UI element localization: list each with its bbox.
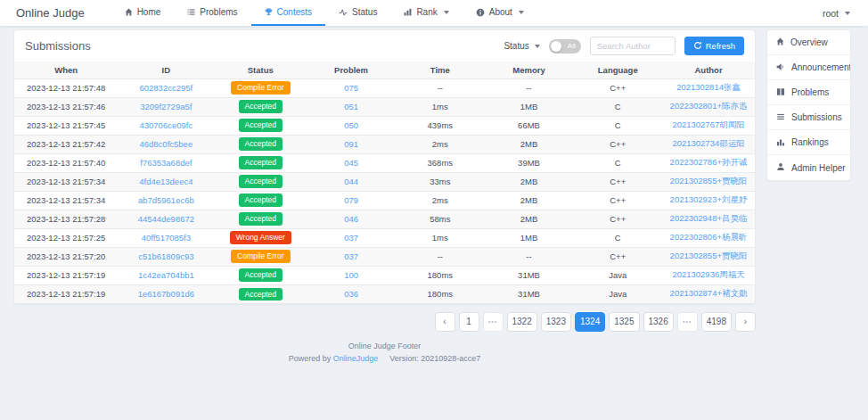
submission-id-link[interactable]: f76353a68def <box>140 158 192 168</box>
problem-link[interactable]: 051 <box>344 102 358 111</box>
submissions-panel: Submissions Status All Refresh <box>13 29 756 304</box>
table-row: 2023-12-13 21:57:344fd4e13deec4Accepted0… <box>14 172 755 191</box>
table-row: 2023-12-13 21:57:191c42ea704bb1Accepted1… <box>14 266 755 284</box>
table-row: 2023-12-13 21:57:2844544de98672Accepted0… <box>14 210 755 228</box>
submission-id-link[interactable]: ab7d5961ec6b <box>138 195 194 205</box>
author-link[interactable]: 2021302767胡闻阳 <box>672 119 744 129</box>
nav-item-home[interactable]: Home <box>111 0 175 26</box>
book-icon <box>776 87 785 98</box>
sidebar-item-admin-helper[interactable]: Admin Helper <box>767 155 850 180</box>
sidebar-item-submissions[interactable]: Submissions <box>767 105 850 130</box>
table-row: 2023-12-13 21:57:48602832cc295fCompile E… <box>14 78 755 97</box>
submission-id-link[interactable]: 1c42ea704bb1 <box>138 270 194 280</box>
submission-id-link[interactable]: 602832cc295f <box>139 83 192 93</box>
next-page-button[interactable]: › <box>735 312 756 332</box>
top-navbar: Online Judge HomeProblemsContestsStatusR… <box>0 0 868 26</box>
nav-item-about[interactable]: About <box>463 0 537 26</box>
problem-link[interactable]: 046 <box>344 214 358 224</box>
sidebar-item-overview[interactable]: Overview <box>767 30 850 55</box>
column-header-when: When <box>14 62 118 78</box>
nav-item-contests[interactable]: Contests <box>251 0 325 26</box>
submission-id-link[interactable]: 44544de98672 <box>138 214 194 224</box>
author-link[interactable]: 2022302786+孙开诚 <box>670 157 748 167</box>
refresh-button[interactable]: Refresh <box>684 37 744 55</box>
submission-id-link[interactable]: 1e6167b091d6 <box>138 289 194 299</box>
submission-id-link[interactable]: 430706ce09fc <box>139 120 192 130</box>
submission-id-link[interactable]: 40ff517085f3 <box>142 233 191 243</box>
sidebar-item-problems[interactable]: Problems <box>767 80 850 105</box>
page-button-1[interactable]: 1 <box>459 312 479 332</box>
mine-all-toggle[interactable]: All <box>549 39 581 54</box>
list-icon <box>187 8 195 16</box>
nav-item-rank[interactable]: Rank <box>390 0 462 26</box>
language-cell: C <box>573 228 662 247</box>
status-filter-dropdown[interactable]: Status <box>504 41 539 51</box>
time-cell: 58ms <box>396 210 485 228</box>
problem-link[interactable]: 100 <box>344 270 358 280</box>
author-link[interactable]: 2021302855+贾晓阳 <box>670 176 748 185</box>
author-link[interactable]: 2022302948+吕昊临 <box>670 213 748 223</box>
chevron-down-icon <box>535 45 540 48</box>
page-button-1322[interactable]: 1322 <box>507 312 537 332</box>
user-menu[interactable]: root <box>823 8 850 19</box>
problem-link[interactable]: 037 <box>344 233 358 243</box>
toggle-knob <box>551 41 561 52</box>
time-cell: 180ms <box>396 266 485 284</box>
problem-link[interactable]: 075 <box>344 83 358 93</box>
page-button-4198[interactable]: 4198 <box>701 312 732 332</box>
nav-item-problems[interactable]: Problems <box>174 0 250 26</box>
page-ellipsis: ••• <box>677 312 698 332</box>
submission-id-link[interactable]: 4fd4e13deec4 <box>139 177 192 186</box>
page-button-1325[interactable]: 1325 <box>609 312 639 332</box>
time-cell: 439ms <box>396 116 485 135</box>
author-link[interactable]: 2021302936周福天 <box>672 269 744 279</box>
nav-item-label: Status <box>352 7 377 17</box>
submission-id-link[interactable]: c51b61809c93 <box>138 251 193 261</box>
problem-link[interactable]: 050 <box>344 120 358 130</box>
author-link[interactable]: 2021302874+褚文勋 <box>670 288 748 298</box>
status-badge: Accepted <box>239 100 283 113</box>
sidebar-item-label: Announcements <box>791 62 851 72</box>
status-badge: Compile Error <box>231 81 290 95</box>
problem-link[interactable]: 037 <box>344 251 358 261</box>
chevron-down-icon <box>444 11 449 14</box>
author-link[interactable]: 2021302814张鑫 <box>676 82 741 92</box>
page-button-1324[interactable]: 1324 <box>575 312 605 332</box>
brand[interactable]: Online Judge <box>16 6 85 20</box>
author-link[interactable]: 2021302734邵运阳 <box>672 138 744 148</box>
column-header-id: ID <box>118 62 214 78</box>
table-row: 2023-12-13 21:57:20c51b61809c93Compile E… <box>14 247 755 266</box>
prev-page-button[interactable]: ‹ <box>435 312 455 332</box>
onlinejudge-link[interactable]: OnlineJudge <box>333 354 379 363</box>
sidebar-item-label: Overview <box>790 37 828 47</box>
language-cell: C++ <box>573 210 662 228</box>
memory-cell: -- <box>485 247 574 266</box>
status-badge: Accepted <box>239 268 283 282</box>
problem-link[interactable]: 091 <box>344 139 358 149</box>
menu-icon <box>776 112 785 123</box>
page-title: Submissions <box>25 39 91 53</box>
status-badge: Accepted <box>239 156 283 169</box>
submission-id-link[interactable]: 3209f2729a5f <box>140 102 192 111</box>
submission-id-link[interactable]: 46d8c0fc5bee <box>139 139 192 149</box>
table-row: 2023-12-13 21:57:191e6167b091d6Accepted0… <box>14 284 755 303</box>
problem-link[interactable]: 079 <box>344 195 358 205</box>
nav-item-status[interactable]: Status <box>325 0 390 26</box>
status-badge: Wrong Answer <box>230 231 291 244</box>
author-link[interactable]: 2022302806+杨晨昕 <box>670 232 748 242</box>
problem-link[interactable]: 044 <box>344 177 358 186</box>
memory-cell: 1MB <box>485 228 574 247</box>
page-button-1323[interactable]: 1323 <box>541 312 571 332</box>
author-link[interactable]: 2021302855+贾晓阳 <box>670 251 748 260</box>
sidebar-item-announcements[interactable]: Announcements <box>767 55 850 80</box>
column-header-memory: Memory <box>485 62 574 78</box>
author-link[interactable]: 2021302923+刘星妤 <box>670 194 748 204</box>
search-author-input[interactable] <box>590 37 676 55</box>
problem-link[interactable]: 036 <box>344 289 358 299</box>
refresh-button-label: Refresh <box>706 41 735 51</box>
sidebar-item-rankings[interactable]: Rankings <box>767 130 850 155</box>
author-link[interactable]: 2022302801+陈亦迅 <box>670 101 748 111</box>
chevron-down-icon <box>519 11 524 14</box>
problem-link[interactable]: 045 <box>344 158 358 168</box>
page-button-1326[interactable]: 1326 <box>643 312 674 332</box>
